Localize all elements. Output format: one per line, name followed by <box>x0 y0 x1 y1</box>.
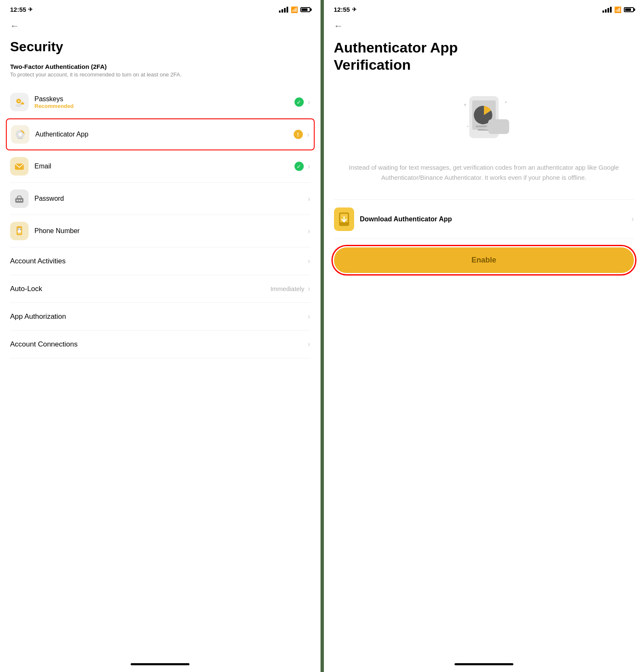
menu-item-authenticator[interactable]: Authenticator App ! › <box>6 118 315 150</box>
download-label: Download Authenticator App <box>360 215 452 223</box>
signal-icon-left <box>279 7 288 13</box>
passkeys-chevron: › <box>308 98 310 107</box>
screen-divider <box>321 0 324 672</box>
email-label-wrap: Email <box>34 163 294 170</box>
account-activities-chevron: › <box>308 257 310 265</box>
authenticator-label: Authenticator App <box>35 131 294 138</box>
home-indicator-right <box>455 663 513 665</box>
phone-number-icon <box>10 222 29 240</box>
phone-label-wrap: Phone Number <box>34 227 308 235</box>
app-authorization-chevron: › <box>308 312 310 321</box>
battery-icon-left <box>300 7 310 12</box>
auto-lock-chevron: › <box>308 284 310 293</box>
download-authenticator-row[interactable]: Download Authenticator App › <box>334 200 634 239</box>
email-status: ✓ <box>294 162 304 171</box>
menu-item-auto-lock[interactable]: Auto-Lock Immediately › <box>10 275 310 303</box>
account-connections-label: Account Connections <box>10 340 78 349</box>
green-check-icon: ✓ <box>294 97 304 107</box>
password-icon <box>10 189 29 208</box>
svg-rect-16 <box>18 233 21 234</box>
svg-point-11 <box>18 200 20 201</box>
home-indicator-left <box>131 663 189 665</box>
svg-text:✦: ✦ <box>504 100 507 105</box>
password-label: Password <box>34 195 308 202</box>
menu-item-password[interactable]: Password › <box>10 183 310 215</box>
svg-point-10 <box>17 200 18 201</box>
location-icon-left: ✈ <box>28 6 33 13</box>
email-icon <box>10 157 29 176</box>
auth-illustration: ✦ ✦ ✦ <box>334 84 634 151</box>
passkeys-sublabel: Recommended <box>34 103 294 109</box>
menu-item-email[interactable]: Email ✓ › <box>10 150 310 183</box>
menu-item-app-authorization[interactable]: App Authorization › <box>10 303 310 331</box>
right-page-title: Authenticator AppVerification <box>334 39 634 74</box>
password-chevron: › <box>308 194 310 203</box>
passkeys-label: Passkeys <box>34 95 294 103</box>
svg-text:✦: ✦ <box>466 125 469 129</box>
2fa-section-label: Two-Factor Authentication (2FA) <box>10 63 310 70</box>
right-screen-content: Authenticator AppVerification ✦ ✦ <box>324 34 644 658</box>
back-button-right[interactable]: ← <box>324 16 644 34</box>
app-authorization-label: App Authorization <box>10 312 66 321</box>
phone-label: Phone Number <box>34 227 308 235</box>
wifi-icon-left: 📶 <box>291 6 298 13</box>
time-left: 12:55 <box>10 6 26 13</box>
svg-rect-13 <box>17 196 21 199</box>
menu-item-account-connections[interactable]: Account Connections › <box>10 331 310 358</box>
status-bar-left: 12:55 ✈ 📶 <box>0 0 321 16</box>
svg-rect-27 <box>488 119 509 134</box>
svg-point-6 <box>18 133 22 136</box>
svg-rect-18 <box>18 229 19 229</box>
account-activities-right: › <box>308 257 310 265</box>
svg-rect-35 <box>340 223 348 224</box>
svg-text:✦: ✦ <box>463 102 467 108</box>
svg-rect-21 <box>20 230 21 230</box>
auto-lock-label: Auto-Lock <box>10 285 42 293</box>
2fa-section-desc: To protect your account, it is recommend… <box>10 71 310 79</box>
download-chevron: › <box>631 215 634 223</box>
left-phone-screen: 12:55 ✈ 📶 ← Security Two-Factor Authenti… <box>0 0 321 672</box>
svg-rect-19 <box>20 229 21 229</box>
passkeys-status: ✓ <box>294 97 304 107</box>
phone-chevron: › <box>308 227 310 236</box>
svg-rect-17 <box>18 227 21 228</box>
svg-rect-1 <box>16 104 21 107</box>
account-connections-right: › <box>308 340 310 349</box>
app-authorization-right: › <box>308 312 310 321</box>
menu-item-passkeys[interactable]: Passkeys Recommended ✓ › <box>10 86 310 118</box>
auto-lock-right: Immediately › <box>271 284 310 293</box>
time-right: 12:55 <box>334 6 350 13</box>
email-label: Email <box>34 163 294 170</box>
right-phone-screen: 12:55 ✈ 📶 ← Authenticator AppVerificatio… <box>324 0 644 672</box>
status-bar-right: 12:55 ✈ 📶 <box>324 0 644 16</box>
wifi-icon-right: 📶 <box>614 6 621 13</box>
menu-item-phone[interactable]: Phone Number › <box>10 215 310 247</box>
download-icon <box>334 207 354 231</box>
signal-icon-right <box>602 7 612 13</box>
left-screen-content: Security Two-Factor Authentication (2FA)… <box>0 34 321 658</box>
battery-icon-right <box>624 7 634 12</box>
page-title-left: Security <box>10 39 310 55</box>
passkeys-label-wrap: Passkeys Recommended <box>34 95 294 109</box>
svg-rect-7 <box>18 138 23 139</box>
back-button-left[interactable]: ← <box>0 16 321 34</box>
account-connections-chevron: › <box>308 340 310 349</box>
enable-button[interactable]: Enable <box>334 247 634 273</box>
email-chevron: › <box>308 162 310 171</box>
warning-icon: ! <box>294 130 303 139</box>
authenticator-status: ! <box>294 130 303 139</box>
authenticator-label-wrap: Authenticator App <box>35 131 294 138</box>
menu-item-account-activities[interactable]: Account Activities › <box>10 247 310 275</box>
authenticator-chevron: › <box>307 130 310 139</box>
authenticator-icon <box>11 125 29 144</box>
svg-point-12 <box>21 200 22 201</box>
location-icon-right: ✈ <box>352 6 357 13</box>
password-label-wrap: Password <box>34 195 308 202</box>
auth-description: Instead of waiting for text messages, ge… <box>334 163 634 183</box>
auto-lock-value: Immediately <box>271 285 305 292</box>
account-activities-label: Account Activities <box>10 257 66 265</box>
svg-point-2 <box>18 100 20 102</box>
email-check-icon: ✓ <box>294 162 304 171</box>
passkeys-icon <box>10 93 29 111</box>
svg-rect-4 <box>22 102 23 103</box>
